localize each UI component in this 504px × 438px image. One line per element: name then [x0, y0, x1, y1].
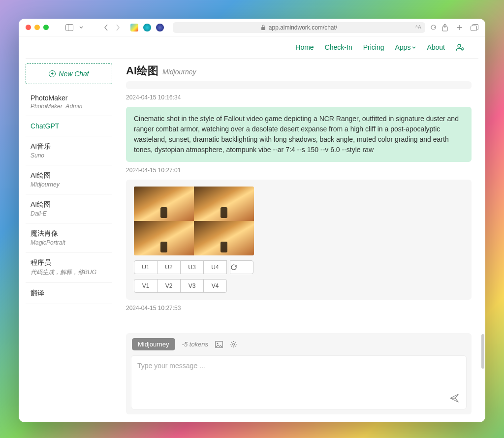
upscale-u1[interactable]: U1: [134, 260, 158, 274]
upscale-u4[interactable]: U4: [203, 260, 227, 274]
timestamp: 2024-04-15 10:16:34: [126, 94, 472, 101]
user-prompt-bubble: Cinematic shot in the style of Fallout v…: [126, 107, 472, 162]
reader-icon[interactable]: ᴬA: [414, 24, 422, 31]
extension-icon-3[interactable]: [156, 24, 164, 31]
app-window: app.aimindwork.com/chat/ ᴬA Home Check-I…: [19, 19, 485, 422]
extension-icons: [130, 24, 164, 31]
nav-checkin[interactable]: Check-In: [325, 43, 352, 51]
close-window-icon[interactable]: [26, 25, 31, 30]
token-cost: -5 tokens: [182, 341, 208, 348]
sidebar-item-translate[interactable]: 翻译: [26, 283, 112, 304]
top-nav: Home Check-In Pricing Apps About: [26, 36, 478, 59]
generated-image-grid[interactable]: [134, 187, 254, 255]
sidebar-item-subtitle: 代码生成，解释，修BUG: [31, 268, 107, 277]
model-badge[interactable]: Midjourney: [132, 338, 175, 350]
upscale-row: U1 U2 U3 U4: [134, 260, 464, 274]
composer: Midjourney -5 tokens: [126, 333, 472, 414]
nav-home[interactable]: Home: [295, 43, 314, 51]
content-area: + New Chat PhotoMaker PhotoMaker_Admin C…: [19, 59, 485, 422]
sidebar-item-title: AI音乐: [31, 142, 107, 151]
chevron-down-icon[interactable]: [77, 24, 85, 31]
browser-titlebar: app.aimindwork.com/chat/ ᴬA: [19, 19, 485, 36]
sidebar-item-photomaker[interactable]: PhotoMaker PhotoMaker_Admin: [26, 88, 112, 116]
variation-v1[interactable]: V1: [134, 279, 158, 293]
lock-icon: [261, 25, 266, 31]
scrollbar-thumb[interactable]: [481, 334, 484, 369]
sidebar-toggle-icon[interactable]: [65, 24, 73, 31]
share-icon[interactable]: [441, 24, 449, 31]
sidebar-item-title: 翻译: [31, 289, 107, 298]
variation-v3[interactable]: V3: [180, 279, 204, 293]
sidebar-item-programmer[interactable]: 程序员 代码生成，解释，修BUG: [26, 252, 112, 283]
svg-point-8: [217, 343, 219, 344]
upscale-u3[interactable]: U3: [180, 260, 204, 274]
generated-image-1[interactable]: [134, 187, 194, 221]
plus-icon: +: [49, 70, 56, 77]
user-settings-icon[interactable]: [456, 43, 465, 51]
chat-subtitle: Midjourney: [162, 68, 196, 76]
window-traffic-lights[interactable]: [26, 25, 49, 30]
sidebar-item-chatgpt[interactable]: ChatGPT: [26, 116, 112, 136]
generated-image-4[interactable]: [194, 221, 254, 255]
maximize-window-icon[interactable]: [43, 25, 49, 30]
extension-icon-1[interactable]: [130, 24, 138, 31]
refresh-icon: [230, 264, 237, 271]
image-attach-icon[interactable]: [215, 341, 223, 348]
reload-icon[interactable]: [429, 24, 437, 31]
settings-icon[interactable]: [230, 341, 237, 348]
sidebar-item-subtitle: Dall-E: [31, 210, 107, 217]
sidebar-item-title: AI绘图: [31, 200, 107, 209]
generated-image-2[interactable]: [194, 187, 254, 221]
message-scroller[interactable]: 2024-04-15 10:16:34 Cinematic shot in th…: [126, 81, 476, 327]
svg-rect-2: [261, 27, 265, 30]
extension-icon-2[interactable]: [143, 24, 151, 31]
chat-header: AI绘图 Midjourney: [126, 63, 476, 81]
prev-result-bubble: [126, 81, 472, 89]
nav-apps-label: Apps: [395, 43, 410, 51]
sidebar: + New Chat PhotoMaker PhotoMaker_Admin C…: [26, 59, 112, 422]
svg-point-5: [458, 44, 461, 47]
new-tab-icon[interactable]: [456, 24, 464, 31]
variation-row: V1 V2 V3 V4: [134, 279, 464, 293]
svg-point-9: [233, 344, 235, 345]
url-bar[interactable]: app.aimindwork.com/chat/: [173, 22, 425, 33]
sidebar-item-title: 魔法肖像: [31, 229, 107, 238]
forward-icon[interactable]: [114, 24, 122, 31]
composer-header: Midjourney -5 tokens: [126, 333, 472, 355]
timestamp: 2024-04-15 10:27:01: [126, 167, 472, 174]
svg-rect-0: [66, 24, 73, 31]
chat-list: PhotoMaker PhotoMaker_Admin ChatGPT AI音乐…: [26, 88, 112, 304]
reroll-button[interactable]: [230, 260, 253, 274]
sidebar-item-aimusic[interactable]: AI音乐 Suno: [26, 136, 112, 165]
minimize-window-icon[interactable]: [34, 25, 40, 30]
tabs-icon[interactable]: [471, 24, 478, 31]
generated-image-3[interactable]: [134, 221, 194, 255]
sidebar-item-title: PhotoMaker: [31, 94, 107, 102]
nav-pricing[interactable]: Pricing: [363, 43, 384, 51]
timestamp: 2024-04-15 10:27:53: [126, 305, 472, 312]
sidebar-item-title: 程序员: [31, 258, 107, 267]
chat-title: AI绘图: [126, 63, 158, 78]
variation-v2[interactable]: V2: [157, 279, 181, 293]
caret-down-icon: [412, 46, 416, 49]
sidebar-item-magicportrait[interactable]: 魔法肖像 MagicPortrait: [26, 223, 112, 252]
send-button[interactable]: [449, 393, 459, 403]
sidebar-item-subtitle: PhotoMaker_Admin: [31, 103, 107, 110]
main-panel: AI绘图 Midjourney 2024-04-15 10:16:34 Cine…: [112, 59, 485, 422]
sidebar-item-midjourney[interactable]: AI绘图 Midjourney: [26, 165, 112, 194]
sidebar-item-dalle[interactable]: AI绘图 Dall-E: [26, 194, 112, 223]
composer-body: [131, 355, 467, 409]
upscale-u2[interactable]: U2: [157, 260, 181, 274]
nav-about[interactable]: About: [427, 43, 445, 51]
variation-v4[interactable]: V4: [203, 279, 227, 293]
result-bubble: U1 U2 U3 U4 V1 V2 V3 V4: [126, 180, 472, 300]
message-input[interactable]: [137, 362, 460, 401]
url-text: app.aimindwork.com/chat/: [269, 24, 337, 31]
new-chat-label: New Chat: [59, 70, 89, 78]
sidebar-item-subtitle: Suno: [31, 152, 107, 159]
new-chat-button[interactable]: + New Chat: [26, 63, 112, 84]
sidebar-item-subtitle: MagicPortrait: [31, 239, 107, 246]
back-icon[interactable]: [102, 24, 110, 31]
sidebar-item-title: AI绘图: [31, 171, 107, 180]
nav-apps[interactable]: Apps: [395, 43, 416, 51]
